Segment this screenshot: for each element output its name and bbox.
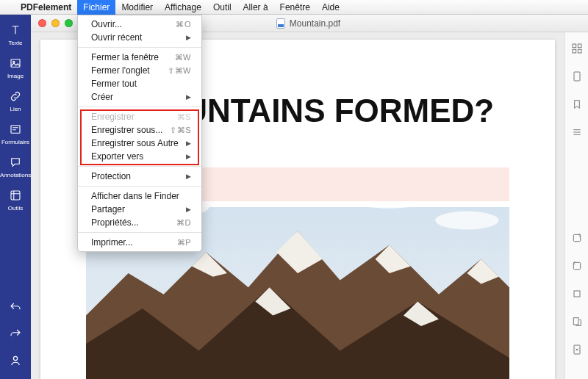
redo-button[interactable] [0, 322, 31, 348]
svg-point-8 [435, 212, 498, 230]
menu-outil[interactable]: Outil [207, 0, 237, 15]
menu-item-enregistrer: Enregistrer⌘S [78, 110, 201, 123]
submenu-chevron-icon: ▶ [186, 206, 191, 213]
menu-item-label: Enregistrer sous Autre [91, 138, 186, 148]
menu-item-shortcut: ⌘W [175, 53, 191, 62]
menu-item-shortcut: ⇧⌘W [168, 66, 191, 76]
submenu-chevron-icon: ▶ [186, 93, 191, 101]
crop-icon[interactable] [571, 288, 583, 300]
page-icon[interactable] [571, 71, 583, 82]
menu-item-label: Imprimer... [91, 237, 177, 248]
menu-item-cr-er[interactable]: Créer▶ [78, 90, 201, 104]
menu-item-ouvrir[interactable]: Ouvrir...⌘O [78, 18, 201, 31]
menu-item-label: Afficher dans le Finder [91, 191, 191, 201]
svg-rect-10 [578, 44, 581, 48]
list-icon[interactable] [571, 126, 583, 138]
submenu-chevron-icon: ▶ [186, 140, 191, 147]
svg-rect-0 [11, 59, 20, 68]
sidebar-link[interactable]: Lien [0, 85, 31, 118]
menu-item-fermer-l-onglet[interactable]: Fermer l'onglet⇧⌘W [78, 64, 201, 77]
menu-affichage[interactable]: Affichage [159, 0, 207, 15]
menu-modifier[interactable]: Modifier [115, 0, 159, 15]
menu-item-enregistrer-sous-autre[interactable]: Enregistrer sous Autre▶ [78, 137, 201, 150]
submenu-chevron-icon: ▶ [186, 173, 191, 180]
menu-item-label: Fermer l'onglet [91, 65, 168, 76]
menu-item-protection[interactable]: Protection▶ [78, 170, 201, 183]
sidebar-image[interactable]: Image [0, 52, 31, 85]
menu-item-label: Enregistrer [91, 112, 177, 122]
svg-rect-16 [574, 291, 580, 297]
menu-item-label: Partager [91, 204, 186, 214]
menu-item-fermer-tout[interactable]: Fermer tout [78, 77, 201, 90]
app-name[interactable]: PDFelement [15, 2, 77, 12]
menu-item-label: Ouvrir récent [91, 32, 186, 43]
menu-item-ouvrir-r-cent[interactable]: Ouvrir récent▶ [78, 31, 201, 44]
svg-rect-17 [573, 318, 578, 325]
menu-fichier[interactable]: Fichier [77, 0, 115, 15]
system-menubar: PDFelement FichierModifierAffichageOutil… [0, 0, 588, 15]
menu-item-exporter-vers[interactable]: Exporter vers▶ [78, 150, 201, 163]
menu-item-label: Fermer la fenêtre [91, 52, 175, 62]
sidebar-text[interactable]: Texte [0, 19, 31, 52]
minimize-window-button[interactable] [51, 19, 60, 27]
svg-point-4 [13, 356, 17, 360]
submenu-chevron-icon: ▶ [186, 34, 191, 41]
menu-item-fermer-la-fen-tre[interactable]: Fermer la fenêtre⌘W [78, 51, 201, 64]
bookmark-icon[interactable] [571, 98, 583, 110]
menu-fenêtre[interactable]: Fenêtre [274, 0, 316, 15]
submenu-chevron-icon: ▶ [186, 153, 191, 160]
svg-rect-13 [574, 72, 580, 81]
svg-rect-9 [573, 44, 576, 48]
rotate-right-icon[interactable] [571, 232, 583, 244]
menu-item-shortcut: ⌘P [177, 238, 191, 248]
menu-item-label: Créer [91, 92, 186, 102]
menu-item-afficher-dans-le-finder[interactable]: Afficher dans le Finder [78, 190, 201, 203]
rotate-left-icon[interactable] [571, 260, 583, 272]
fichier-menu-dropdown: Ouvrir...⌘OOuvrir récent▶Fermer la fenêt… [77, 15, 202, 252]
sidebar-annot[interactable]: Annotations [0, 151, 31, 184]
menu-item-label: Exporter vers [91, 151, 186, 162]
svg-rect-12 [578, 49, 581, 53]
thumbnails-icon[interactable] [571, 43, 583, 54]
svg-rect-3 [11, 191, 20, 200]
close-window-button[interactable] [38, 19, 46, 27]
sidebar-form[interactable]: Formulaire [0, 118, 31, 151]
menu-item-label: Protection [91, 171, 186, 181]
menu-item-label: Enregistrer sous... [91, 125, 170, 135]
menu-item-partager[interactable]: Partager▶ [78, 203, 201, 216]
menu-item-propri-t-s[interactable]: Propriétés...⌘D [78, 216, 201, 229]
menu-item-imprimer[interactable]: Imprimer...⌘P [78, 236, 201, 249]
right-panel [564, 32, 588, 379]
svg-rect-11 [573, 49, 576, 53]
left-sidebar: TexteImageLienFormulaireAnnotationsOutil… [0, 15, 31, 379]
zoom-window-button[interactable] [65, 19, 73, 27]
menu-item-shortcut: ⌘D [176, 218, 191, 228]
menu-aide[interactable]: Aide [316, 0, 345, 15]
menu-item-enregistrer-sous[interactable]: Enregistrer sous...⇧⌘S [78, 123, 201, 137]
sidebar-tools[interactable]: Outils [0, 184, 31, 217]
menu-item-shortcut: ⇧⌘S [170, 126, 191, 135]
user-icon[interactable] [0, 348, 31, 375]
menu-item-label: Fermer tout [91, 79, 191, 89]
traffic-lights [31, 19, 73, 27]
menu-item-label: Propriétés... [91, 217, 176, 228]
delete-page-icon[interactable] [571, 344, 583, 355]
menu-item-shortcut: ⌘S [177, 112, 191, 122]
svg-rect-2 [11, 126, 20, 134]
pdf-file-icon [276, 18, 285, 29]
menu-item-shortcut: ⌘O [176, 20, 191, 29]
undo-button[interactable] [0, 295, 31, 322]
extract-icon[interactable] [571, 316, 583, 328]
document-name: Mountain.pdf [290, 18, 340, 29]
menu-aller-à[interactable]: Aller à [237, 0, 274, 15]
menu-item-label: Ouvrir... [91, 19, 176, 29]
